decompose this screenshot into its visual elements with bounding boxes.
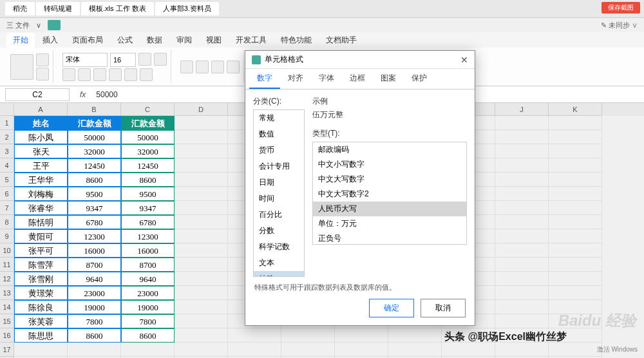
table-header[interactable]: 姓名 [14,116,68,130]
empty-cell[interactable] [495,215,549,229]
row-header[interactable]: 12 [0,272,14,286]
row-header[interactable]: 3 [0,144,14,158]
empty-cell[interactable] [175,144,228,158]
row-header[interactable]: 17 [0,343,14,357]
empty-cell[interactable] [495,187,549,201]
empty-cell[interactable] [175,215,228,229]
empty-cell[interactable] [281,328,335,343]
border-icon[interactable] [109,68,122,81]
empty-cell[interactable] [495,116,549,130]
empty-cell[interactable] [175,272,228,286]
category-item[interactable]: 百分比 [254,207,304,223]
empty-cell[interactable] [549,173,602,187]
row-header[interactable]: 5 [0,173,14,187]
data-cell[interactable]: 8600 [68,328,121,343]
menu-dropdown[interactable]: ∨ [36,21,41,30]
empty-cell[interactable] [495,158,549,173]
empty-cell[interactable] [175,158,228,173]
row-header[interactable]: 16 [0,328,14,343]
empty-cell[interactable] [495,173,549,187]
cancel-button[interactable]: 取消 [421,299,466,317]
row-header[interactable]: 8 [0,215,14,229]
type-item[interactable]: 中文大写数字2 [313,187,466,202]
data-cell[interactable]: 19000 [121,300,175,314]
empty-cell[interactable] [495,201,549,215]
type-item[interactable]: 人民币大写 [313,202,466,216]
table-header[interactable]: 汇款金额 [121,116,175,130]
data-cell[interactable]: 32000 [121,144,175,158]
empty-cell[interactable] [175,173,228,187]
empty-cell[interactable] [14,343,68,357]
empty-cell[interactable] [495,314,549,328]
data-cell[interactable]: 陈徐良 [14,300,68,314]
empty-cell[interactable] [121,343,175,357]
align-right-icon[interactable] [211,61,224,73]
data-cell[interactable]: 刘梅梅 [14,187,68,201]
dec-font-icon[interactable] [154,53,167,66]
empty-cell[interactable] [388,328,442,343]
empty-cell[interactable] [549,272,602,286]
ribbon-tab-review[interactable]: 审阅 [170,33,198,48]
tab-2[interactable]: 模板.xls 工作 数表 [81,2,154,15]
ribbon-tab-home[interactable]: 开始 [6,33,35,48]
empty-cell[interactable] [175,328,228,343]
data-cell[interactable]: 9347 [121,201,175,215]
type-item[interactable]: 中文小写数字 [313,157,466,172]
category-item[interactable]: 特殊 [254,271,304,277]
cell-reference-input[interactable] [5,88,70,101]
empty-cell[interactable] [549,130,602,144]
ribbon-tab-dev[interactable]: 开发工具 [229,33,273,48]
row-header[interactable]: 13 [0,286,14,300]
category-item[interactable]: 常规 [254,110,304,126]
col-header[interactable]: B [68,103,121,116]
data-cell[interactable]: 16000 [121,243,175,258]
dlg-tab-pattern[interactable]: 图案 [373,69,404,89]
row-header[interactable]: 1 [0,116,14,130]
category-item[interactable]: 会计专用 [254,158,304,174]
data-cell[interactable]: 张雪刚 [14,272,68,286]
category-list[interactable]: 常规数值货币会计专用日期时间百分比分数科学记数文本特殊自定义 [253,109,305,277]
col-header[interactable]: D [175,103,228,116]
empty-cell[interactable] [495,286,549,300]
fill-color-icon[interactable] [124,68,137,81]
ribbon-tab-formula[interactable]: 公式 [111,33,139,48]
empty-cell[interactable] [495,229,549,243]
save-icon[interactable] [48,20,61,30]
empty-cell[interactable] [175,300,228,314]
col-header[interactable]: C [121,103,175,116]
empty-cell[interactable] [495,258,549,272]
data-cell[interactable]: 张平可 [14,243,68,258]
data-cell[interactable]: 50000 [121,130,175,144]
empty-cell[interactable] [549,187,602,201]
inc-font-icon[interactable] [138,53,151,66]
empty-cell[interactable] [228,328,281,343]
row-header[interactable]: 7 [0,201,14,215]
category-item[interactable]: 文本 [254,255,304,271]
empty-cell[interactable] [175,343,228,357]
data-cell[interactable]: 12450 [68,158,121,173]
empty-cell[interactable] [335,328,388,343]
underline-icon[interactable] [93,68,106,81]
align-left-icon[interactable] [180,61,193,73]
tab-0[interactable]: 稻壳 [5,2,35,15]
data-cell[interactable]: 8700 [121,258,175,272]
type-list[interactable]: 邮政编码中文小写数字中文大写数字中文大写数字2人民币大写单位：万元正负号 [312,142,467,245]
empty-cell[interactable] [228,343,281,357]
empty-cell[interactable] [442,343,495,357]
data-cell[interactable]: 9640 [121,272,175,286]
category-item[interactable]: 数值 [254,126,304,142]
row-header[interactable]: 15 [0,314,14,328]
ribbon-tab-layout[interactable]: 页面布局 [66,33,109,48]
ok-button[interactable]: 确定 [369,299,414,317]
empty-cell[interactable] [175,187,228,201]
empty-cell[interactable] [175,314,228,328]
empty-cell[interactable] [175,116,228,130]
empty-cell[interactable] [175,243,228,258]
empty-cell[interactable] [335,343,388,357]
empty-cell[interactable] [175,258,228,272]
empty-cell[interactable] [495,343,549,357]
empty-cell[interactable] [388,343,442,357]
cut-icon[interactable] [36,53,49,66]
table-header[interactable]: 汇款金额 [68,116,121,130]
paste-icon[interactable] [10,54,33,80]
